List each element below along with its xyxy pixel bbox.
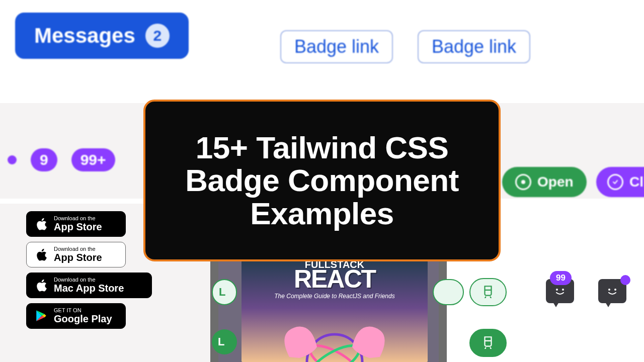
svg-point-4 [556, 289, 558, 291]
chat-count-badge: 99 [550, 271, 572, 285]
status-close-label: Cl [629, 174, 643, 190]
label-badge-solid-partial: L [212, 329, 237, 354]
store-badges-column: Download on the App Store Download on th… [26, 211, 152, 329]
apple-icon [35, 248, 49, 262]
book-illustration-icon [242, 302, 428, 362]
messages-count-badge: 2 [145, 24, 170, 48]
chat-with-dot[interactable] [598, 279, 626, 307]
apple-icon [35, 217, 49, 231]
chat-dot-badge [620, 275, 630, 285]
badge-link-1[interactable]: Badge link [280, 30, 393, 63]
book-cover-image: FULLSTACK REACT The Complete Guide to Re… [242, 254, 428, 362]
svg-point-5 [562, 289, 564, 291]
appstore-badge-dark[interactable]: Download on the App Store [26, 211, 126, 237]
train-badge-outline[interactable] [469, 278, 507, 306]
label-badge-outline-partial: L [212, 279, 237, 305]
check-circle-icon [607, 174, 623, 190]
book-subtitle: The Complete Guide to ReactJS and Friend… [242, 293, 428, 300]
store-small-text: GET IT ON [54, 308, 112, 313]
label-badge-outline-partial-right [433, 279, 464, 305]
svg-point-6 [608, 289, 610, 291]
google-play-icon [35, 309, 49, 323]
svg-point-7 [614, 289, 616, 291]
store-small-text: Download on the [54, 216, 102, 221]
train-icon [481, 335, 495, 351]
train-badge-solid[interactable] [469, 329, 507, 357]
store-big-text: App Store [54, 252, 102, 263]
store-big-text: Google Play [54, 313, 112, 324]
messages-button[interactable]: Messages 2 [15, 13, 189, 59]
status-open-label: Open [537, 174, 574, 190]
train-icon [481, 284, 495, 300]
svg-point-0 [521, 180, 525, 184]
book-title: REACT [242, 264, 428, 294]
store-small-text: Download on the [54, 246, 102, 252]
messages-label: Messages [34, 24, 135, 48]
store-big-text: Mac App Store [54, 283, 124, 294]
purple-badge-row: 9 99+ [8, 148, 115, 171]
status-open-badge[interactable]: Open [502, 167, 587, 197]
purple-count-badge-9: 9 [31, 148, 57, 171]
purple-count-badge-99plus: 99+ [71, 148, 115, 171]
google-play-badge[interactable]: GET IT ON Google Play [26, 303, 126, 329]
apple-icon [35, 279, 49, 293]
badge-link-2[interactable]: Badge link [418, 30, 530, 63]
page-title-card: 15+ Tailwind CSS Badge Component Example… [143, 100, 501, 261]
purple-dot-badge [8, 155, 17, 164]
mac-appstore-badge[interactable]: Download on the Mac App Store [26, 273, 152, 298]
appstore-badge-light[interactable]: Download on the App Store [26, 242, 126, 267]
chat-with-count[interactable]: 99 [546, 279, 574, 307]
status-close-badge[interactable]: Cl [596, 167, 644, 197]
store-big-text: App Store [54, 221, 102, 232]
chat-badge-row: 99 [546, 279, 626, 307]
store-small-text: Download on the [54, 277, 124, 283]
circle-dot-icon [515, 174, 531, 190]
page-title: 15+ Tailwind CSS Badge Component Example… [160, 131, 484, 229]
